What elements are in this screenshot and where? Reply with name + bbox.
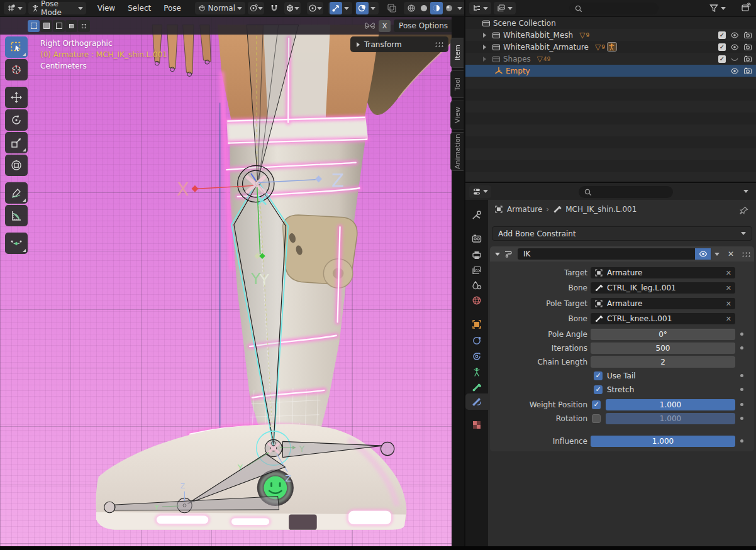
clear-x-icon[interactable]: ✕ (726, 269, 731, 277)
menu-view[interactable]: View (91, 4, 121, 13)
ik-panel-header[interactable]: IK ✕ (490, 246, 754, 261)
editor-divider[interactable] (464, 0, 465, 546)
tab-object-constraints[interactable] (465, 349, 488, 364)
drag-dots-icon[interactable] (435, 41, 443, 47)
transform-orientation-dropdown[interactable]: Normal (195, 2, 245, 14)
rotation-slider[interactable]: 1.000 (606, 413, 735, 424)
properties-options-dropdown[interactable] (743, 190, 748, 193)
eye-icon[interactable] (730, 67, 739, 75)
pivot-point-dropdown[interactable] (248, 2, 264, 14)
pole-target-field[interactable]: Armature ✕ (591, 298, 735, 309)
pole-angle-field[interactable]: 0° (591, 329, 735, 340)
shading-material-button[interactable] (430, 2, 443, 14)
camera-icon[interactable] (743, 67, 752, 75)
camera-icon[interactable] (743, 31, 752, 40)
constraint-name-field[interactable]: IK (518, 248, 695, 260)
select-mode-new[interactable] (28, 20, 40, 32)
select-box-tool[interactable] (5, 36, 28, 58)
tab-view-layer[interactable] (465, 263, 488, 278)
snap-target-dropdown[interactable] (284, 2, 301, 14)
rotate-tool[interactable] (5, 109, 28, 131)
pin-icon[interactable] (740, 206, 748, 215)
scale-tool[interactable] (5, 132, 28, 153)
outliner-row-shapes[interactable]: Shapes ▽49 ✓ (465, 53, 756, 65)
drag-dots-icon[interactable] (742, 251, 750, 257)
animate-dot[interactable] (740, 388, 743, 391)
snap-toggle[interactable] (267, 2, 282, 14)
disclosure-arrow-icon[interactable] (483, 45, 486, 50)
tab-render[interactable] (465, 231, 488, 246)
show-overlays-toggle[interactable] (356, 2, 369, 14)
constraint-extras-dropdown[interactable] (711, 248, 722, 260)
rotation-checkbox[interactable] (592, 414, 601, 423)
tab-bone[interactable] (465, 380, 488, 395)
animate-dot[interactable] (740, 417, 743, 420)
proportional-editing-dropdown[interactable] (307, 2, 323, 14)
influence-slider[interactable]: 1.000 (591, 436, 735, 447)
tab-item[interactable]: Item (450, 38, 464, 68)
weight-position-checkbox[interactable]: ✓ (592, 400, 601, 409)
collapse-chevron-icon[interactable] (495, 253, 500, 256)
select-mode-extend[interactable] (40, 20, 52, 32)
pole-bone-field[interactable]: CTRL_knee.L.001 ✕ (591, 313, 735, 324)
constraint-enable-toggle[interactable] (695, 248, 711, 260)
properties-editor-type-button[interactable] (469, 185, 491, 198)
breadcrumb-bone[interactable]: MCH_IK_shin.L.001 (565, 205, 636, 214)
xray-toggle[interactable] (384, 2, 400, 14)
camera-icon[interactable] (743, 55, 752, 63)
select-mode-invert[interactable] (65, 20, 77, 32)
tab-bone-constraints[interactable] (465, 393, 488, 410)
show-gizmo-toggle[interactable] (330, 2, 342, 14)
outliner-row-mesh[interactable]: WhiteRabbit_Mesh ▽9 ✓ (465, 29, 756, 41)
select-mode-subtract[interactable] (53, 20, 65, 32)
mirror-x-toggle[interactable]: X (379, 20, 391, 32)
outliner-row-armature[interactable]: WhiteRabbit_Armature ▽9 ✓ (465, 41, 756, 53)
constraint-delete-button[interactable]: ✕ (725, 248, 737, 260)
new-collection-button[interactable] (741, 3, 751, 14)
shading-rendered-button[interactable] (443, 2, 455, 14)
bone-field[interactable]: CTRL_IK_leg.L.001 ✕ (591, 282, 735, 294)
chain-length-field[interactable]: 2 (591, 356, 735, 368)
animate-dot[interactable] (740, 333, 743, 336)
tab-tool-properties[interactable] (465, 207, 488, 223)
animate-dot[interactable] (740, 403, 743, 406)
animate-dot[interactable] (740, 374, 743, 377)
outliner-filter-dropdown[interactable] (709, 3, 726, 13)
outliner-editor-type-button[interactable] (469, 2, 491, 14)
outliner-row-scene-collection[interactable]: Scene Collection (465, 17, 756, 29)
eye-icon[interactable] (730, 43, 739, 52)
menu-select[interactable]: Select (121, 4, 157, 13)
clear-x-icon[interactable]: ✕ (726, 315, 731, 323)
tab-physics[interactable] (465, 333, 488, 348)
breadcrumb-object[interactable]: Armature (507, 205, 542, 214)
use-tail-checkbox[interactable]: ✓ (594, 371, 603, 380)
tab-object-data-armature[interactable] (465, 365, 488, 380)
outliner-row-empty[interactable]: Empty (465, 65, 756, 77)
camera-icon[interactable] (743, 43, 752, 52)
iterations-field[interactable]: 500 (591, 343, 735, 354)
tab-animation[interactable]: Animation (450, 132, 464, 171)
tab-tool[interactable]: Tool (450, 70, 464, 98)
transform-tool[interactable] (5, 155, 28, 176)
selectability-checkbox[interactable]: ✓ (718, 31, 726, 39)
weight-position-slider[interactable]: 1.000 (606, 399, 735, 410)
target-field[interactable]: Armature ✕ (591, 267, 735, 278)
measure-tool[interactable] (5, 205, 28, 226)
select-mode-intersect[interactable] (78, 20, 90, 32)
stretch-checkbox[interactable]: ✓ (594, 385, 603, 394)
shading-solid-button[interactable] (418, 2, 430, 14)
transform-panel-header[interactable]: Transform (350, 36, 448, 52)
viewport-canvas[interactable]: X Z Y Y Y Y Z Z (0, 17, 465, 546)
eye-closed-icon[interactable] (730, 55, 739, 63)
move-tool[interactable] (5, 87, 28, 108)
clear-x-icon[interactable]: ✕ (726, 284, 731, 292)
outliner-search-input[interactable] (569, 3, 659, 14)
annotate-tool[interactable] (5, 182, 28, 204)
properties-search-input[interactable] (579, 186, 673, 198)
outliner-display-mode-button[interactable] (494, 2, 516, 14)
tab-output[interactable] (465, 248, 488, 263)
tab-scene[interactable] (465, 278, 488, 293)
mode-dropdown[interactable]: Pose Mode (28, 2, 86, 14)
animate-dot[interactable] (740, 346, 743, 349)
cursor-tool[interactable] (5, 59, 28, 80)
